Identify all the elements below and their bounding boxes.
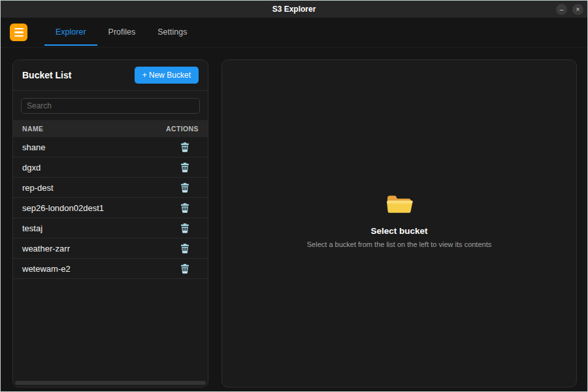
trash-icon — [180, 223, 189, 233]
trash-icon — [180, 142, 189, 152]
bucket-row[interactable]: rep-dest — [13, 178, 208, 198]
bucket-list-header: Bucket List + New Bucket — [13, 60, 208, 91]
window-title: S3 Explorer — [272, 5, 316, 14]
bucket-rows: shane dgxd — [13, 137, 208, 380]
bucket-name: sep26-london02dest1 — [22, 203, 104, 213]
trash-icon — [180, 163, 189, 172]
empty-state-subtitle: Select a bucket from the list on the lef… — [307, 240, 491, 248]
delete-bucket-button[interactable] — [180, 163, 189, 172]
main-content: Bucket List + New Bucket NAME ACTIONS sh… — [1, 48, 587, 391]
delete-bucket-button[interactable] — [180, 244, 189, 253]
hamburger-menu-icon — [14, 28, 24, 30]
horizontal-scrollbar[interactable] — [14, 380, 206, 385]
new-bucket-button[interactable]: + New Bucket — [135, 67, 199, 84]
bucket-list-title: Bucket List — [22, 70, 71, 80]
bucket-name: rep-dest — [22, 183, 54, 193]
bucket-row[interactable]: testaj — [13, 218, 208, 238]
delete-bucket-button[interactable] — [180, 142, 189, 152]
delete-bucket-button[interactable] — [180, 223, 189, 233]
tab-settings[interactable]: Settings — [146, 20, 198, 46]
empty-state-title: Select bucket — [370, 226, 427, 236]
delete-bucket-button[interactable] — [180, 203, 189, 213]
empty-state: Select bucket Select a bucket from the l… — [307, 192, 491, 248]
tab-explorer[interactable]: Explorer — [44, 20, 97, 46]
bucket-name: shane — [22, 142, 45, 152]
bucket-name: testaj — [22, 223, 42, 233]
bucket-contents-panel: Select bucket Select a bucket from the l… — [221, 59, 577, 387]
trash-icon — [180, 244, 189, 253]
tab-list: Explorer Profiles Settings — [44, 18, 198, 47]
bucket-row[interactable]: sep26-london02dest1 — [13, 198, 208, 218]
s3-explorer-window: { "window": { "title": "S3 Explorer", "m… — [0, 0, 588, 392]
trash-icon — [180, 264, 189, 274]
bucket-row[interactable]: wetewam-e2 — [13, 259, 208, 279]
folder-icon — [385, 192, 413, 216]
search-wrap — [13, 91, 208, 120]
bucket-name: wetewam-e2 — [22, 264, 71, 274]
minimize-button[interactable]: – — [556, 4, 567, 15]
bucket-list-panel: Bucket List + New Bucket NAME ACTIONS sh… — [12, 59, 208, 387]
tab-profiles[interactable]: Profiles — [97, 20, 147, 46]
column-name: NAME — [22, 125, 44, 133]
tabbar: Explorer Profiles Settings — [1, 18, 587, 48]
window-controls: – × — [556, 1, 583, 18]
bucket-name: weather-zarr — [22, 244, 70, 253]
trash-icon — [180, 203, 189, 213]
bucket-name: dgxd — [22, 163, 41, 172]
close-button[interactable]: × — [572, 4, 583, 15]
bucket-row[interactable]: weather-zarr — [13, 238, 208, 259]
bucket-row[interactable]: dgxd — [13, 157, 208, 178]
trash-icon — [180, 183, 189, 193]
bucket-row[interactable]: shane — [13, 137, 208, 157]
delete-bucket-button[interactable] — [180, 183, 189, 193]
hamburger-menu-button[interactable] — [10, 24, 27, 41]
bucket-table-header: NAME ACTIONS — [13, 120, 208, 137]
search-input[interactable] — [21, 98, 200, 114]
titlebar: S3 Explorer – × — [1, 1, 587, 18]
delete-bucket-button[interactable] — [180, 264, 189, 274]
column-actions: ACTIONS — [166, 125, 199, 133]
scrollbar-thumb[interactable] — [15, 381, 206, 385]
